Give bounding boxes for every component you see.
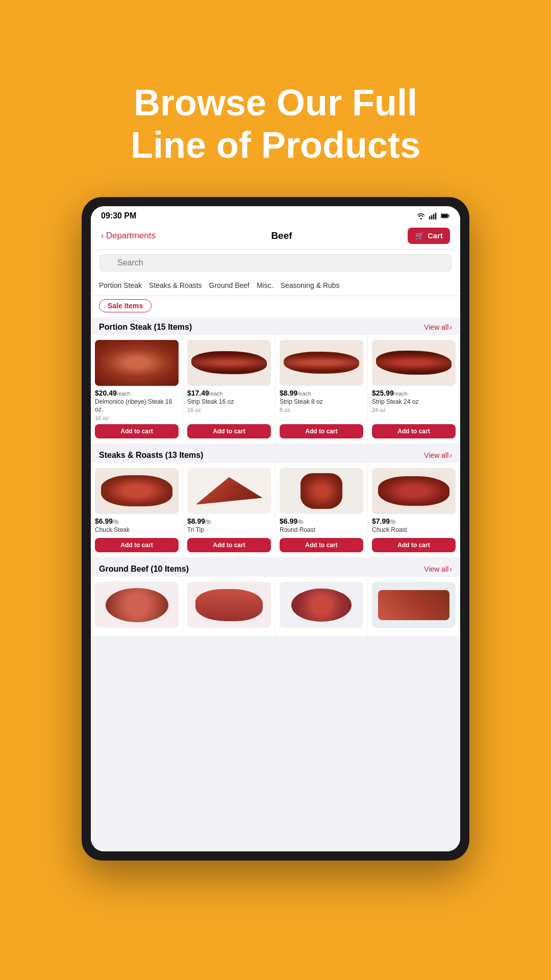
svg-rect-1 xyxy=(431,215,432,219)
tab-steaks-roasts[interactable]: Steaks & Roasts xyxy=(149,279,202,291)
product-price: $8.99/each xyxy=(280,389,363,397)
product-image xyxy=(95,340,179,386)
view-all-steaks-roasts[interactable]: View all › xyxy=(424,451,452,459)
product-card xyxy=(368,577,460,636)
product-weight: 16 oz xyxy=(95,415,179,421)
product-image xyxy=(95,468,179,514)
section-title: Steaks & Roasts (13 Items) xyxy=(99,451,204,460)
cart-button[interactable]: 🛒 Cart xyxy=(408,228,450,244)
cart-label: Cart xyxy=(428,231,443,240)
product-card: $25.99/each Strip Steak 24 oz 24 oz Add … xyxy=(368,335,460,444)
section-title: Ground Beef (10 Items) xyxy=(99,565,189,574)
back-button[interactable]: ‹ Departments xyxy=(101,231,156,241)
svg-rect-3 xyxy=(435,212,436,219)
product-image xyxy=(187,468,271,514)
product-card xyxy=(91,577,183,636)
tab-misc[interactable]: Misc. xyxy=(257,279,273,291)
product-price: $20.49/each xyxy=(95,389,179,397)
add-to-cart-button[interactable]: Add to cart xyxy=(280,538,363,552)
section-ground-beef: Ground Beef (10 Items) View all › xyxy=(91,559,460,636)
tab-seasoning[interactable]: Seasoning & Rubs xyxy=(281,279,340,291)
add-to-cart-button[interactable]: Add to cart xyxy=(187,538,271,552)
chevron-right-icon: › xyxy=(449,451,452,459)
product-row-portion-steak: $20.49/each Delmonico (ribeye) Steak 16 … xyxy=(91,335,460,444)
status-bar: 09:30 PM xyxy=(91,206,460,224)
section-header-steaks-roasts: Steaks & Roasts (13 Items) View all › xyxy=(91,446,460,463)
product-weight: 16 oz xyxy=(187,407,271,413)
add-to-cart-button[interactable]: Add to cart xyxy=(372,538,456,552)
hero-headline: Browse Our Full Line of Products xyxy=(90,82,461,166)
cart-icon: 🛒 xyxy=(415,231,424,240)
product-card: $6.99/lb Round Roast Add to cart xyxy=(276,463,368,558)
add-to-cart-button[interactable]: Add to cart xyxy=(95,538,179,552)
product-weight: 8 oz xyxy=(280,407,363,413)
product-name: Strip Steak 8 oz xyxy=(280,398,363,406)
view-all-portion-steak[interactable]: View all › xyxy=(424,323,452,331)
product-image xyxy=(95,582,179,628)
add-to-cart-button[interactable]: Add to cart xyxy=(280,424,363,438)
add-to-cart-button[interactable]: Add to cart xyxy=(95,424,179,438)
product-name: Round Roast xyxy=(280,526,363,534)
product-name: Delmonico (ribeye) Steak 16 oz. xyxy=(95,398,179,414)
search-bar: 🔍 xyxy=(91,250,460,277)
sale-section: Sale Items xyxy=(91,296,460,317)
product-price: $6.99/lb xyxy=(95,517,179,525)
section-header-ground-beef: Ground Beef (10 Items) View all › xyxy=(91,559,460,577)
signal-icon xyxy=(429,212,438,219)
tab-ground-beef[interactable]: Ground Beef xyxy=(209,279,249,291)
category-tabs: Portion Steak Steaks & Roasts Ground Bee… xyxy=(91,277,460,296)
status-icons xyxy=(416,212,450,219)
section-title: Portion Steak (15 Items) xyxy=(99,323,192,332)
tablet-screen: 09:30 PM xyxy=(91,206,460,851)
product-image xyxy=(372,340,456,386)
product-name: Chuck Steak xyxy=(95,526,179,534)
product-card xyxy=(276,577,368,636)
view-all-ground-beef[interactable]: View all › xyxy=(424,565,452,573)
section-header-portion-steak: Portion Steak (15 Items) View all › xyxy=(91,317,460,335)
product-image xyxy=(372,468,456,514)
product-name: Chuck Roast xyxy=(372,526,456,534)
chevron-right-icon: › xyxy=(449,323,452,331)
product-card: $8.99/each Strip Steak 8 oz 8 oz Add to … xyxy=(276,335,368,444)
product-card: $7.99/lb Chuck Roast Add to cart xyxy=(368,463,460,558)
product-name: Tri Tip xyxy=(187,526,271,534)
product-card: $20.49/each Delmonico (ribeye) Steak 16 … xyxy=(91,335,183,444)
product-price: $17.49/each xyxy=(187,389,271,397)
product-price: $7.99/lb xyxy=(372,517,456,525)
section-steaks-roasts: Steaks & Roasts (13 Items) View all › $6… xyxy=(91,446,460,558)
chevron-right-icon: › xyxy=(449,565,452,573)
search-input[interactable] xyxy=(99,254,452,272)
product-card: $17.49/each Strip Steak 16 oz 16 oz Add … xyxy=(183,335,276,444)
chevron-left-icon: ‹ xyxy=(101,231,104,241)
nav-bar: ‹ Departments Beef 🛒 Cart xyxy=(91,224,460,250)
wifi-icon xyxy=(416,212,425,219)
sale-badge[interactable]: Sale Items xyxy=(99,299,152,312)
add-to-cart-button[interactable]: Add to cart xyxy=(372,424,456,438)
status-time: 09:30 PM xyxy=(101,211,136,220)
product-image xyxy=(372,582,456,628)
battery-icon xyxy=(441,212,450,219)
product-price: $6.99/lb xyxy=(280,517,363,525)
svg-rect-5 xyxy=(441,214,448,217)
product-name: Strip Steak 24 oz xyxy=(372,398,456,406)
product-price: $25.99/each xyxy=(372,389,456,397)
product-row-steaks-roasts: $6.99/lb Chuck Steak Add to cart $8.99/l… xyxy=(91,463,460,558)
product-row-ground-beef xyxy=(91,577,460,636)
product-price: $8.99/lb xyxy=(187,517,271,525)
tab-portion-steak[interactable]: Portion Steak xyxy=(99,279,142,291)
content-scroll[interactable]: Portion Steak (15 Items) View all › $20.… xyxy=(91,317,460,851)
add-to-cart-button[interactable]: Add to cart xyxy=(187,424,271,438)
product-image xyxy=(280,340,363,386)
product-image xyxy=(280,582,363,628)
product-name: Strip Steak 16 oz xyxy=(187,398,271,406)
svg-rect-2 xyxy=(433,214,434,219)
product-image xyxy=(187,582,271,628)
product-weight: 24 oz xyxy=(372,407,456,413)
product-image xyxy=(280,468,363,514)
svg-rect-0 xyxy=(429,216,430,219)
search-wrapper: 🔍 xyxy=(99,254,452,272)
section-portion-steak: Portion Steak (15 Items) View all › $20.… xyxy=(91,317,460,444)
product-image xyxy=(187,340,271,386)
tablet-frame: 09:30 PM xyxy=(82,197,469,861)
back-label: Departments xyxy=(106,231,156,241)
